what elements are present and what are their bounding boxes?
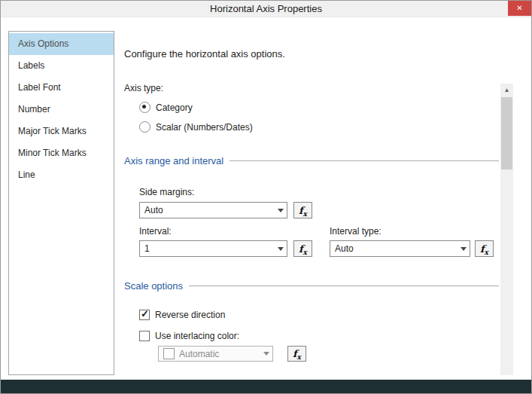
title-bar[interactable]: Horizontal Axis Properties ✕: [1, 1, 531, 17]
section-axis-range: Axis range and interval: [124, 155, 499, 166]
section-divider: [230, 160, 499, 161]
section-divider: [189, 286, 499, 286]
chevron-down-icon: [274, 241, 287, 256]
sidebar: Axis Options Labels Label Font Number Ma…: [8, 31, 114, 375]
sidebar-item-axis-options[interactable]: Axis Options: [9, 33, 114, 55]
radio-option-scalar[interactable]: Scalar (Numbers/Dates): [139, 121, 253, 133]
chevron-down-icon: [274, 203, 287, 218]
side-margins-label: Side margins:: [139, 187, 194, 197]
page-description: Configure the horizontal axis options.: [124, 48, 285, 60]
fx-icon: fx: [299, 205, 307, 216]
side-margins-combobox[interactable]: Auto: [139, 202, 287, 218]
interlacing-color-value: Automatic: [179, 349, 219, 359]
fx-icon: fx: [299, 243, 307, 255]
section-scale-options-title: Scale options: [124, 280, 183, 292]
close-icon: ✕: [516, 4, 522, 12]
radio-scalar-label: Scalar (Numbers/Dates): [156, 122, 253, 133]
scrollbar[interactable]: ▲: [500, 84, 513, 375]
horizontal-axis-properties-dialog: Horizontal Axis Properties ✕ Axis Option…: [0, 0, 532, 394]
reverse-direction-option[interactable]: ✓ Reverse direction: [139, 310, 225, 320]
section-scale-options: Scale options: [124, 280, 499, 292]
scrollbar-thumb[interactable]: [501, 97, 512, 170]
radio-category-label: Category: [156, 102, 193, 113]
sidebar-item-line[interactable]: Line: [9, 164, 114, 186]
interlacing-color-option[interactable]: ✓ Use interlacing color:: [139, 331, 239, 341]
radio-category[interactable]: [139, 102, 150, 113]
interval-type-combobox[interactable]: Auto: [330, 240, 470, 257]
interval-type-value: Auto: [335, 243, 354, 254]
interlacing-color-fx-button[interactable]: fx: [287, 346, 306, 362]
side-margins-value: Auto: [144, 205, 163, 215]
sidebar-item-number[interactable]: Number: [9, 99, 114, 121]
interlacing-color-checkbox[interactable]: ✓: [139, 331, 150, 341]
sidebar-item-minor-tick-marks[interactable]: Minor Tick Marks: [9, 142, 114, 164]
interlacing-color-combobox[interactable]: Automatic: [158, 346, 273, 362]
interval-type-fx-button[interactable]: fx: [475, 240, 494, 257]
color-swatch: [163, 348, 175, 359]
side-margins-fx-button[interactable]: fx: [293, 202, 312, 218]
chevron-down-icon: [260, 347, 272, 361]
interval-label: Interval:: [139, 226, 172, 237]
interval-combobox[interactable]: 1: [139, 240, 287, 257]
fx-icon: fx: [480, 243, 488, 255]
interval-type-label: Interval type:: [330, 226, 382, 237]
reverse-direction-checkbox[interactable]: ✓: [139, 310, 150, 320]
dialog-title: Horizontal Axis Properties: [1, 1, 531, 17]
interval-fx-button[interactable]: fx: [293, 240, 312, 257]
interlacing-color-label: Use interlacing color:: [155, 331, 239, 341]
section-axis-range-title: Axis range and interval: [124, 155, 223, 166]
reverse-direction-label: Reverse direction: [155, 310, 225, 320]
sidebar-item-label-font[interactable]: Label Font: [9, 77, 114, 99]
bottom-dark-strip: [1, 380, 532, 394]
axis-type-label: Axis type:: [124, 83, 163, 93]
scroll-up-button[interactable]: ▲: [500, 84, 513, 96]
check-icon: ✓: [141, 308, 149, 319]
fx-icon: fx: [293, 348, 301, 359]
radio-option-category[interactable]: Category: [139, 102, 193, 113]
scroll-up-icon: ▲: [504, 87, 510, 93]
radio-scalar[interactable]: [139, 121, 150, 133]
sidebar-item-labels[interactable]: Labels: [9, 55, 114, 77]
close-button[interactable]: ✕: [508, 1, 531, 16]
chevron-down-icon: [457, 241, 470, 256]
sidebar-item-major-tick-marks[interactable]: Major Tick Marks: [9, 121, 114, 142]
interval-value: 1: [144, 243, 150, 254]
